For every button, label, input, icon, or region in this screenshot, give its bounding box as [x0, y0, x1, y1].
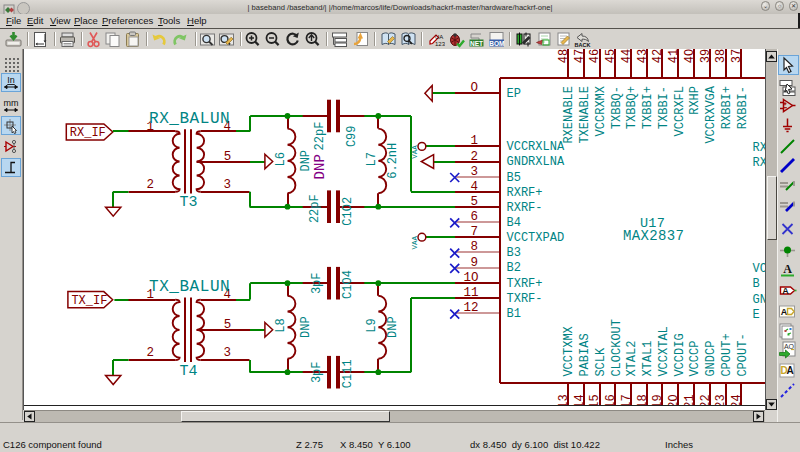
svg-text:C1O4: C1O4	[341, 270, 355, 299]
svg-text:RXHP: RXHP	[688, 86, 702, 115]
svg-text:24: 24	[730, 394, 744, 405]
svg-text:B5: B5	[507, 171, 521, 185]
svg-text:BACK: BACK	[574, 42, 590, 48]
svg-text:1O: 1O	[463, 271, 478, 285]
svg-text:DNP: DNP	[299, 150, 313, 172]
svg-text:B4: B4	[507, 216, 521, 230]
svg-text:7: 7	[471, 225, 479, 239]
svg-text:3pF: 3pF	[310, 361, 324, 383]
svg-text:17: 17	[620, 394, 634, 405]
svg-text:43: 43	[636, 49, 650, 63]
svg-text:13: 13	[557, 394, 571, 405]
svg-text:2O: 2O	[667, 394, 681, 405]
svg-text:RX: RX	[753, 156, 766, 170]
svg-text:mm: mm	[4, 98, 19, 108]
svg-text:TXBBQ+: TXBBQ+	[625, 86, 639, 129]
svg-text:3: 3	[224, 346, 232, 360]
svg-text:TXRF+: TXRF+	[507, 277, 543, 291]
svg-text:BOM: BOM	[489, 40, 504, 47]
svg-text:5: 5	[471, 195, 479, 209]
svg-text:UA: UA	[435, 34, 443, 40]
svg-text:E: E	[753, 308, 760, 322]
svg-text:48: 48	[557, 49, 571, 63]
svg-text:L8: L8	[274, 318, 288, 332]
svg-text:NET: NET	[470, 40, 483, 47]
svg-text:22pF: 22pF	[313, 122, 327, 151]
svg-text:VC: VC	[753, 262, 766, 276]
svg-text:B3: B3	[507, 246, 521, 260]
svg-text:VCCTXMX: VCCTXMX	[562, 326, 576, 376]
svg-text:PABIAS: PABIAS	[578, 333, 592, 376]
svg-text:DNP: DNP	[386, 316, 400, 338]
svg-text:C99: C99	[345, 125, 359, 147]
svg-text:11: 11	[463, 286, 478, 300]
svg-text:44: 44	[620, 49, 634, 63]
svg-text:A: A	[786, 365, 793, 376]
svg-text:DNP: DNP	[312, 154, 328, 179]
svg-text:VCCRXMX: VCCRXMX	[594, 86, 608, 136]
svg-text:RXRF-: RXRF-	[507, 201, 543, 215]
svg-text:4O: 4O	[683, 49, 697, 63]
svg-text:L6: L6	[274, 152, 288, 166]
svg-text:42: 42	[651, 49, 665, 63]
svg-text:2: 2	[147, 346, 155, 360]
svg-text:6.2nH: 6.2nH	[386, 143, 400, 179]
svg-text:CPOUT+: CPOUT+	[720, 333, 734, 376]
svg-text:O: O	[471, 81, 479, 95]
svg-text:C1O2: C1O2	[341, 197, 355, 226]
svg-text:XTAL1: XTAL1	[641, 341, 655, 377]
svg-text:16: 16	[604, 394, 618, 405]
svg-text:GN: GN	[753, 293, 766, 307]
svg-text:VCCRXVGA: VCCRXVGA	[704, 85, 718, 143]
svg-text:38: 38	[714, 49, 728, 63]
svg-text:39: 39	[699, 49, 713, 63]
svg-text:2: 2	[471, 150, 479, 164]
svg-text:18: 18	[636, 394, 650, 405]
svg-text:RX_BALUN: RX_BALUN	[149, 110, 230, 128]
svg-text:B: B	[753, 277, 760, 291]
svg-text:VCCCP: VCCCP	[688, 341, 702, 377]
svg-text:22: 22	[699, 394, 713, 405]
svg-text:TX_BALUN: TX_BALUN	[149, 278, 230, 296]
svg-text:A: A	[781, 306, 788, 316]
svg-text:SCLK: SCLK	[594, 347, 608, 377]
svg-text:GNDCP: GNDCP	[704, 341, 718, 377]
svg-text:6: 6	[471, 210, 479, 224]
svg-text:47: 47	[573, 49, 587, 63]
svg-text:VCCTXPAD: VCCTXPAD	[507, 231, 565, 245]
svg-text:3pF: 3pF	[310, 272, 324, 294]
svg-text:CPOUT-: CPOUT-	[736, 333, 750, 376]
svg-text:A: A	[783, 262, 792, 276]
svg-text:37: 37	[730, 49, 744, 63]
svg-text:DNP: DNP	[299, 316, 313, 338]
svg-text:23: 23	[714, 394, 728, 405]
svg-text:L9: L9	[365, 318, 379, 332]
svg-text:2: 2	[147, 178, 155, 192]
svg-text:RX: RX	[753, 141, 766, 155]
svg-text:B1: B1	[507, 307, 521, 321]
svg-text:46: 46	[588, 49, 602, 63]
svg-text:VCCDIG: VCCDIG	[673, 333, 687, 376]
svg-text:1: 1	[471, 134, 479, 148]
svg-text:8: 8	[471, 240, 479, 254]
svg-text:XTAL2: XTAL2	[625, 341, 639, 377]
svg-text:TXBBI-: TXBBI-	[657, 86, 671, 129]
svg-text:T4: T4	[179, 363, 197, 380]
svg-text:41: 41	[667, 49, 681, 63]
svg-text:VCCRXLNA: VCCRXLNA	[507, 140, 565, 154]
svg-text:T3: T3	[179, 194, 197, 211]
svg-text:TXBBQ-: TXBBQ-	[610, 86, 624, 129]
svg-text:VCCXTAL: VCCXTAL	[657, 326, 671, 376]
svg-text:22pF: 22pF	[308, 194, 322, 223]
svg-text:21: 21	[683, 394, 697, 405]
svg-text:A: A	[782, 286, 789, 296]
svg-text:VAA: VAA	[411, 236, 419, 250]
svg-text:CLOCKOUT: CLOCKOUT	[610, 319, 624, 377]
svg-text:5: 5	[224, 318, 232, 332]
svg-text:GNDRXLNA: GNDRXLNA	[507, 155, 565, 169]
svg-text:RX_IF: RX_IF	[70, 126, 106, 140]
svg-text:VAA: VAA	[411, 145, 419, 159]
svg-text:C111: C111	[341, 359, 355, 388]
svg-text:TXBBI+: TXBBI+	[641, 86, 655, 129]
svg-text:14: 14	[573, 394, 587, 405]
